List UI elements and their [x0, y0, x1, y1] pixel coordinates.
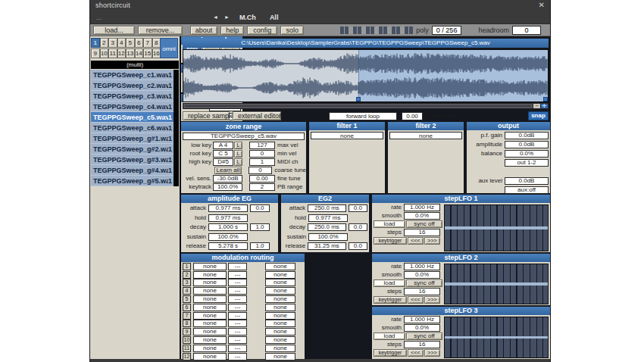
- sample-list-scrollbar[interactable]: [174, 70, 179, 186]
- mod-dest-dropdown[interactable]: none: [265, 279, 295, 286]
- filter2-type-dropdown[interactable]: none: [389, 132, 462, 139]
- mod-source-dropdown[interactable]: none: [193, 263, 227, 270]
- sustain-field[interactable]: 100.0%: [208, 233, 248, 241]
- mod-source-dropdown[interactable]: none: [193, 279, 227, 286]
- high-key-learn-button[interactable]: L: [234, 158, 242, 166]
- rate-field[interactable]: 1.000 Hz: [404, 316, 440, 323]
- menu-item-all[interactable]: All: [263, 14, 286, 21]
- release-shape-field[interactable]: 1.0: [250, 242, 270, 250]
- part-cell-10[interactable]: 10: [100, 48, 109, 58]
- keytrigger-toggle[interactable]: keytrigger: [374, 349, 407, 357]
- smooth-field[interactable]: 0.0%: [404, 271, 440, 279]
- root-key-learn-button[interactable]: L: [234, 150, 242, 158]
- solo-button[interactable]: solo: [280, 26, 304, 35]
- selection-end-handle[interactable]: [543, 97, 548, 101]
- mod-amount-field[interactable]: ---: [228, 271, 247, 279]
- sample-row[interactable]: TEGPPGSweep_c4.wav1: [91, 101, 179, 112]
- mod-dest-dropdown[interactable]: none: [265, 336, 295, 344]
- release-shape-field[interactable]: 0.0: [349, 242, 367, 250]
- sample-row[interactable]: TEGPPGSweep_g#3.wav1: [91, 154, 179, 165]
- sample-row[interactable]: TEGPPGSweep_g#5.wav1: [91, 176, 179, 186]
- mod-source-dropdown[interactable]: none: [193, 320, 227, 327]
- mod-amount-field[interactable]: ---: [228, 287, 247, 295]
- mod-dest-dropdown[interactable]: none: [265, 295, 295, 303]
- part-cell-5[interactable]: 5: [126, 38, 135, 48]
- part-cell-11[interactable]: 11: [108, 48, 117, 58]
- low-key-learn-button[interactable]: L: [234, 142, 242, 149]
- load-button[interactable]: load...: [93, 26, 135, 35]
- mod-amount-field[interactable]: ---: [228, 279, 247, 286]
- release-field[interactable]: 5.278 s: [208, 242, 248, 250]
- keytrigger-toggle[interactable]: keytrigger: [374, 237, 407, 245]
- steps-field[interactable]: 16: [404, 341, 440, 348]
- waveform-display[interactable]: [183, 49, 549, 102]
- part-cell-7[interactable]: 7: [143, 38, 152, 48]
- mod-dest-dropdown[interactable]: none: [265, 345, 295, 352]
- decay-shape-field[interactable]: 0.0: [349, 223, 367, 231]
- pb-range-field[interactable]: 2: [249, 183, 275, 191]
- mod-amount-field[interactable]: ---: [228, 304, 247, 311]
- mod-amount-field[interactable]: ---: [228, 328, 247, 335]
- zoom-in-icon[interactable]: ✛: [540, 104, 548, 108]
- mod-dest-dropdown[interactable]: none: [265, 320, 295, 327]
- shift-right-button[interactable]: >>>: [424, 296, 440, 304]
- prev-arrow-icon[interactable]: ◄: [210, 14, 221, 20]
- mod-source-dropdown[interactable]: none: [193, 336, 227, 344]
- mod-source-dropdown[interactable]: none: [193, 271, 227, 279]
- mod-source-dropdown[interactable]: none: [193, 312, 227, 320]
- mod-source-dropdown[interactable]: none: [193, 287, 227, 295]
- part-cell-12[interactable]: 12: [117, 48, 127, 58]
- part-cell-14[interactable]: 14: [135, 48, 144, 58]
- mod-source-dropdown[interactable]: none: [193, 328, 227, 335]
- rate-field[interactable]: 1.000 Hz: [404, 204, 440, 211]
- attack-field[interactable]: 0.977 ms: [208, 204, 248, 212]
- output-routing-dropdown[interactable]: out 1-2: [505, 159, 549, 167]
- zoom-out-icon[interactable]: −: [533, 104, 540, 108]
- close-icon[interactable]: ✕: [539, 2, 545, 9]
- part-cell-3[interactable]: 3: [108, 38, 117, 48]
- part-cell-2[interactable]: 2: [100, 38, 109, 48]
- mod-amount-field[interactable]: ---: [228, 353, 247, 360]
- load-shape-button[interactable]: load: [374, 332, 405, 340]
- decay-field[interactable]: 1.000 s: [208, 223, 248, 231]
- mod-dest-dropdown[interactable]: none: [265, 328, 295, 335]
- snap-button[interactable]: snap: [528, 111, 549, 120]
- external-editor-button[interactable]: external editor: [233, 111, 281, 120]
- replace-sample-button[interactable]: replace sample: [183, 111, 230, 120]
- sample-row[interactable]: TEGPPGSweep_c3.wav1: [91, 91, 179, 101]
- load-shape-button[interactable]: load: [374, 279, 405, 287]
- sample-row[interactable]: TEGPPGSweep_g#1.wav1: [91, 133, 179, 144]
- shift-right-button[interactable]: >>>: [424, 349, 440, 357]
- sample-row[interactable]: TEGPPGSweep_c5.wav1: [91, 112, 179, 123]
- menu-item-mch[interactable]: M.Ch: [233, 14, 263, 21]
- sync-toggle[interactable]: sync off: [406, 279, 442, 287]
- root-key-field[interactable]: C 5: [213, 150, 233, 158]
- mod-amount-field[interactable]: ---: [228, 295, 247, 303]
- part-cell-13[interactable]: 13: [126, 48, 135, 58]
- waveform-scrollbar[interactable]: − ✛: [183, 103, 549, 109]
- decay-shape-field[interactable]: 1.0: [250, 223, 270, 231]
- mod-dest-dropdown[interactable]: none: [265, 263, 295, 270]
- about-button[interactable]: about: [190, 26, 218, 35]
- sample-row[interactable]: TEGPPGSweep_c2.wav1: [91, 80, 179, 91]
- sync-toggle[interactable]: sync off: [406, 332, 442, 340]
- zone-name-field[interactable]: TEGPPGSweep_c5.wav: [183, 133, 305, 140]
- selection-start-handle[interactable]: [356, 97, 361, 101]
- filter1-type-dropdown[interactable]: none: [311, 132, 383, 139]
- sample-row[interactable]: TEGPPGSweep_c1.wav1: [91, 70, 179, 80]
- steps-field[interactable]: 16: [404, 288, 440, 295]
- midi-ch-field[interactable]: 1: [249, 158, 275, 166]
- headroom-field[interactable]: 0: [512, 26, 541, 35]
- mod-source-dropdown[interactable]: none: [193, 295, 227, 303]
- attack-shape-field[interactable]: 0.0: [349, 204, 367, 212]
- sample-row[interactable]: TEGPPGSweep_g#4.wav1: [91, 165, 179, 176]
- low-key-field[interactable]: A 4: [213, 142, 233, 149]
- decay-field[interactable]: 250.0 ms: [308, 223, 346, 231]
- mod-source-dropdown[interactable]: none: [193, 353, 227, 360]
- amplitude-field[interactable]: 0.0dB: [505, 141, 549, 148]
- sustain-field[interactable]: 100.0%: [308, 233, 348, 241]
- min-vel-field[interactable]: 0: [249, 150, 275, 158]
- mod-dest-dropdown[interactable]: none: [265, 304, 295, 311]
- omni-button[interactable]: omni: [160, 38, 178, 58]
- smooth-field[interactable]: 0.0%: [404, 212, 440, 220]
